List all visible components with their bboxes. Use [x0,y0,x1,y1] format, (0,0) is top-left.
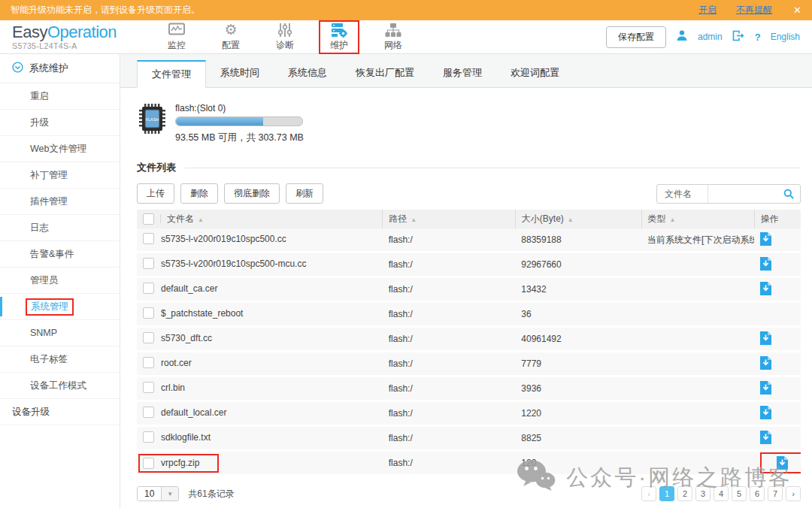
sort-asc-icon[interactable]: ▲ [411,216,417,223]
sidebar-item[interactable]: Web文件管理 [0,136,120,162]
sort-asc-icon[interactable]: ▲ [568,216,574,223]
toolbar-button[interactable]: 刷新 [286,183,323,204]
nav-item-maintenance[interactable]: 维护 [319,20,359,54]
nav-item-label: 诊断 [276,39,294,52]
language-link[interactable]: English [771,32,800,42]
banner-enable-link[interactable]: 开启 [698,4,717,17]
row-checkbox[interactable] [143,357,154,368]
sort-asc-icon[interactable]: ▲ [670,216,676,223]
username[interactable]: admin [698,32,723,42]
table-row: s5730_dft.ccflash:/40961492 [137,327,801,352]
sidebar-item-label: 设备升级 [12,407,50,417]
device-model: S5735-L24T4S-A [12,41,138,50]
sidebar-item[interactable]: 重启 [0,83,120,110]
sidebar-item[interactable]: 系统管理 [0,294,120,320]
file-type [641,252,754,277]
page-number-button[interactable]: 7 [768,486,783,501]
toolbar-button[interactable]: 上传 [137,183,174,204]
tab[interactable]: 系统信息 [274,60,341,88]
sidebar-item[interactable]: 设备工作模式 [0,373,120,399]
file-size: 40961492 [515,327,641,352]
sidebar-item[interactable]: 日志 [0,215,120,241]
page-number-button[interactable]: 4 [714,486,729,501]
download-icon[interactable] [760,431,771,444]
search-field-selector[interactable]: 文件名 [657,185,708,203]
sidebar-item-label: Web文件管理 [30,144,86,154]
sidebar-item[interactable]: 管理员 [0,268,120,294]
nav-item-config[interactable]: ⚙ 配置 [211,20,251,54]
sidebar-item[interactable]: SNMP [0,320,120,346]
download-icon[interactable] [760,257,771,271]
download-icon[interactable] [760,232,771,246]
select-all-checkbox[interactable] [143,213,154,225]
search-input[interactable] [708,189,777,199]
column-header[interactable]: 路径▲ [383,210,516,228]
save-config-button[interactable]: 保存配置 [606,26,666,48]
sidebar-item-label: 管理员 [30,275,59,286]
row-checkbox[interactable] [143,458,154,469]
table-row: root.cerflash:/7779 [137,352,801,376]
row-checkbox[interactable] [143,258,154,269]
nav-item-diagnose[interactable]: 诊断 [265,20,305,54]
download-icon[interactable] [760,381,771,395]
page-size-select[interactable]: 10 ▼ [137,486,179,501]
tab[interactable]: 欢迎词配置 [496,60,574,88]
page-number-button[interactable]: 6 [750,486,765,501]
table-row: $_patchstate_rebootflash:/36 [137,302,801,327]
sidebar-item[interactable]: 告警&事件 [0,241,120,268]
column-header[interactable]: 大小(Byte)▲ [515,210,641,228]
row-checkbox[interactable] [143,307,154,319]
column-header[interactable]: 文件名▲ [137,210,383,228]
file-type [641,352,754,376]
toolbar-button[interactable]: 删除 [180,183,218,204]
help-icon[interactable]: ? [755,32,761,43]
file-type [641,327,754,352]
next-page-button[interactable]: › [786,486,801,501]
sort-asc-icon[interactable]: ▲ [198,216,204,223]
page-number-button[interactable]: 2 [677,486,692,501]
download-icon[interactable] [760,406,771,419]
close-icon[interactable]: ✕ [793,5,801,16]
row-checkbox[interactable] [143,332,154,343]
prev-page-button[interactable]: ‹ [641,486,656,501]
tab[interactable]: 服务管理 [429,60,496,88]
nav-item-label: 维护 [330,39,348,52]
logout-icon[interactable] [732,30,745,44]
column-header[interactable]: 类型▲ [641,210,754,228]
toolbar-button[interactable]: 彻底删除 [224,183,280,204]
banner-dismiss-link[interactable]: 不再提醒 [736,4,772,17]
row-checkbox[interactable] [143,233,154,244]
nav-item-monitor[interactable]: 监控 [156,20,197,54]
file-size: 88359188 [515,228,641,252]
sidebar-item-device-upgrade[interactable]: 设备升级 [0,399,120,425]
table-header-row: 文件名▲路径▲大小(Byte)▲类型▲操作 [137,210,801,228]
row-checkbox[interactable] [143,407,154,418]
download-icon[interactable] [760,356,771,370]
app-logo: EasyOperation S5735-L24T4S-A [12,24,138,50]
sidebar-item[interactable]: 插件管理 [0,189,120,215]
file-type [641,376,754,401]
file-size: 7779 [515,352,641,376]
file-list-title: 文件列表 [137,161,176,174]
sidebar-item[interactable]: 补丁管理 [0,162,120,189]
nav-item-network[interactable]: 网络 [373,20,414,54]
tab[interactable]: 系统时间 [206,60,274,88]
page-number-button[interactable]: 3 [695,486,710,501]
sidebar-item[interactable]: 电子标签 [0,346,120,373]
tab[interactable]: 恢复出厂配置 [341,60,429,88]
file-size: 1220 [515,401,641,426]
file-path: flash:/ [383,327,516,352]
row-checkbox[interactable] [143,382,154,393]
page-number-button[interactable]: 5 [732,486,747,501]
download-icon[interactable] [760,452,801,473]
download-icon[interactable] [760,282,771,295]
row-checkbox[interactable] [143,283,154,294]
search-icon[interactable] [777,185,800,203]
sidebar-group-system-maintenance[interactable]: 系统维护 [0,54,120,83]
sidebar-item[interactable]: 升级 [0,110,120,136]
file-name: s5735-l-v200r019c10spc500.cc [161,234,286,244]
tab[interactable]: 文件管理 [137,60,206,88]
row-checkbox[interactable] [143,431,154,443]
download-icon[interactable] [760,331,771,345]
page-number-button[interactable]: 1 [659,486,674,501]
